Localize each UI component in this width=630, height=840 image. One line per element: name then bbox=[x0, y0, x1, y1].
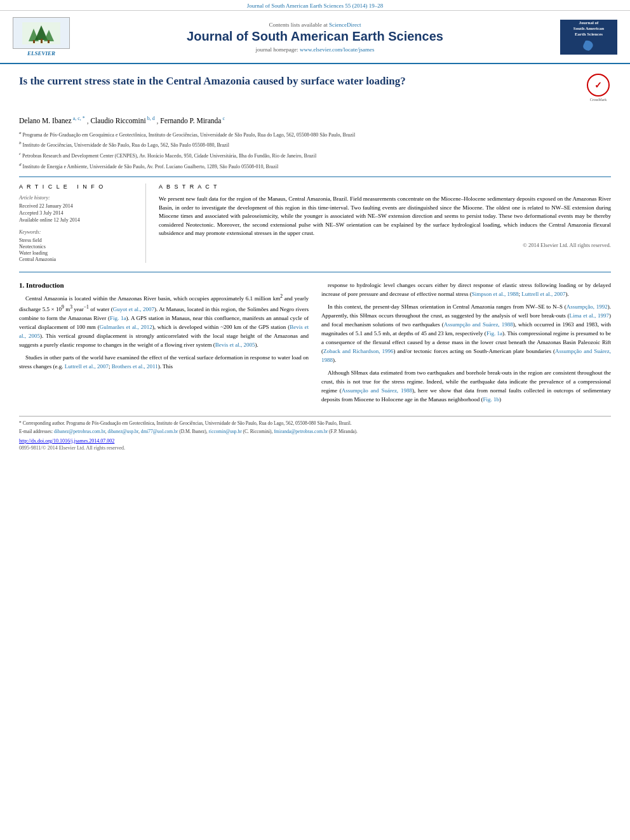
journal-title: Journal of South American Earth Sciences bbox=[70, 29, 560, 44]
author-2-name: Claudio Riccomini bbox=[90, 117, 145, 124]
ref-luttrell-2007-2[interactable]: Luttrell et al., 2007 bbox=[521, 291, 565, 297]
svg-rect-6 bbox=[48, 40, 50, 43]
keyword-3: Water loading bbox=[19, 250, 136, 256]
email-dibanez-petrobras[interactable]: dibanez@petrobras.com.br bbox=[54, 429, 105, 434]
article-info-col: A R T I C L E I N F O Article history: R… bbox=[19, 183, 146, 263]
accepted-date: Accepted 3 July 2014 bbox=[19, 210, 136, 216]
keyword-1: Stress field bbox=[19, 237, 136, 243]
ref-luttrell-2007[interactable]: Luttrell et al., 2007 bbox=[65, 363, 109, 370]
affiliation-3: c Petrobras Research and Development Cen… bbox=[19, 150, 611, 160]
crossmark-badge: ✓ CrossMark bbox=[586, 74, 611, 102]
ref-gulmaraes-2012[interactable]: Gulmarães et al., 2012 bbox=[100, 324, 152, 330]
ref-simpson-1988[interactable]: Simpson et al., 1988 bbox=[472, 291, 519, 297]
info-abstract-section: A R T I C L E I N F O Article history: R… bbox=[19, 177, 611, 263]
affiliations-section: a Programa de Pós-Graduação em Geoquímic… bbox=[19, 130, 611, 171]
email-dmi77[interactable]: dmi77@uol.com.br bbox=[141, 429, 178, 434]
abstract-col: A B S T R A C T We present new fault dat… bbox=[159, 183, 611, 263]
issn-line: 0895-9811/© 2014 Elsevier Ltd. All right… bbox=[19, 445, 611, 451]
intro-para-5: Although SHmax data estimated from two e… bbox=[321, 369, 611, 404]
email-addresses-note: E-mail addresses: dibanez@petrobras.com.… bbox=[19, 429, 611, 436]
authors-line: Delano M. Ibanez a, c, * , Claudio Ricco… bbox=[19, 116, 611, 124]
elsevier-brand-text: ELSEVIER bbox=[27, 50, 55, 57]
article-history: Article history: Received 22 January 201… bbox=[19, 195, 136, 223]
email-dibanez-usp[interactable]: dibanez@usp.br bbox=[107, 429, 138, 434]
intro-left-text: Central Amazonia is located within the A… bbox=[19, 293, 309, 371]
author-1-sup: a, c, * bbox=[72, 116, 85, 121]
ref-guyot-2007[interactable]: Guyot et al., 2007 bbox=[113, 306, 154, 312]
history-label: Article history: bbox=[19, 195, 136, 201]
author-3-sup: c bbox=[221, 116, 225, 121]
doi-line: http://dx.doi.org/10.1016/j.jsames.2014.… bbox=[19, 438, 611, 444]
received-date: Received 22 January 2014 bbox=[19, 203, 136, 209]
available-online-date: Available online 12 July 2014 bbox=[19, 217, 136, 223]
copyright-line: © 2014 Elsevier Ltd. All rights reserved… bbox=[159, 242, 611, 248]
affiliation-2: b Instituto de Geociências, Universidade… bbox=[19, 140, 611, 149]
elsevier-tree-icon bbox=[22, 22, 60, 44]
ref-bevis-2005-1[interactable]: Bevis et al., 2005 bbox=[19, 324, 309, 339]
crossmark-icon: ✓ bbox=[587, 74, 610, 97]
affiliation-1: a Programa de Pós-Graduação em Geoquímic… bbox=[19, 130, 611, 139]
doi-link[interactable]: http://dx.doi.org/10.1016/j.jsames.2014.… bbox=[19, 438, 114, 444]
svg-rect-4 bbox=[33, 40, 35, 43]
ref-lima-1997[interactable]: Lima et al., 1997 bbox=[570, 312, 609, 319]
journal-homepage-link[interactable]: www.elsevier.com/locate/jsames bbox=[300, 46, 374, 53]
email-fmiranda[interactable]: fmiranda@petrobras.com.br bbox=[274, 429, 328, 434]
journal-header: ELSEVIER Contents lists available at Sci… bbox=[0, 11, 630, 64]
crossmark-label: CrossMark bbox=[590, 98, 607, 102]
keywords-section: Keywords: Stress field Neotectonics Wate… bbox=[19, 229, 136, 262]
ref-fig1a-2[interactable]: Fig. 1a bbox=[486, 330, 502, 337]
south-america-map-icon bbox=[576, 39, 601, 52]
abstract-text: We present new fault data for the region… bbox=[159, 195, 611, 238]
author-2-sup: b, d bbox=[146, 116, 155, 121]
journal-right-logo: Journal ofSouth AmericanEarth Sciences bbox=[560, 20, 617, 55]
sciencedirect-link[interactable]: ScienceDirect bbox=[329, 22, 361, 28]
intro-para-1: Central Amazonia is located within the A… bbox=[19, 293, 309, 350]
available-at-text: Contents lists available at ScienceDirec… bbox=[70, 22, 560, 28]
intro-para-3: response to hydrologic level changes occ… bbox=[321, 281, 611, 299]
ref-bevis-2005-2[interactable]: Bevis et al., 2005 bbox=[215, 342, 255, 348]
intro-section-title: 1. Introduction bbox=[19, 281, 309, 289]
ref-zoback-1996[interactable]: Zoback and Richardson, 1996 bbox=[323, 348, 393, 354]
section-divider bbox=[19, 272, 611, 272]
keyword-2: Neotectonics bbox=[19, 244, 136, 250]
article-title: Is the current stress state in the Centr… bbox=[19, 74, 586, 89]
journal-center-info: Contents lists available at ScienceDirec… bbox=[70, 22, 560, 53]
email-riccomin[interactable]: riccomin@usp.br bbox=[209, 429, 242, 434]
ref-brothers-2011[interactable]: Brothers et al., 2011 bbox=[112, 363, 158, 370]
affiliation-4: d Instituto de Energia e Ambiente, Unive… bbox=[19, 161, 611, 171]
ref-fig1b[interactable]: Fig. 1b bbox=[483, 396, 499, 403]
article-title-section: Is the current stress state in the Centr… bbox=[19, 74, 611, 108]
introduction-section: 1. Introduction Central Amazonia is loca… bbox=[19, 281, 611, 408]
intro-para-4: In this context, the present-day SHmax o… bbox=[321, 303, 611, 365]
journal-reference: Journal of South American Earth Sciences… bbox=[247, 3, 383, 9]
elsevier-logo-box bbox=[13, 17, 70, 49]
intro-left-col: 1. Introduction Central Amazonia is loca… bbox=[19, 281, 309, 408]
journal-homepage: journal homepage: www.elsevier.com/locat… bbox=[70, 46, 560, 53]
footer-area: * Corresponding author. Programa de Pós-… bbox=[19, 416, 611, 451]
elsevier-logo: ELSEVIER bbox=[13, 17, 70, 57]
intro-para-2: Studies in other parts of the world have… bbox=[19, 354, 309, 371]
author-1-name: Delano M. Ibanez bbox=[19, 117, 72, 124]
article-info-header: A R T I C L E I N F O bbox=[19, 183, 136, 190]
corresponding-author-note: * Corresponding author. Programa de Pós-… bbox=[19, 420, 611, 427]
ref-fig1a-1[interactable]: Fig. 1a bbox=[110, 315, 126, 321]
author-3-name: Fernando P. Miranda bbox=[160, 117, 221, 124]
intro-right-text: response to hydrologic level changes occ… bbox=[321, 281, 611, 404]
abstract-header: A B S T R A C T bbox=[159, 183, 611, 190]
svg-rect-5 bbox=[41, 39, 43, 43]
keyword-4: Central Amazonia bbox=[19, 257, 136, 262]
ref-assumpcao-1992[interactable]: Assumpção, 1992 bbox=[566, 303, 608, 310]
ref-assumpcao-suarez-1988-3[interactable]: Assumpção and Suárez, 1988 bbox=[342, 387, 412, 394]
journal-ref-bar: Journal of South American Earth Sciences… bbox=[0, 0, 630, 11]
ref-assumpcao-suarez-1988[interactable]: Assumpção and Suárez, 1988 bbox=[444, 321, 513, 328]
keywords-label: Keywords: bbox=[19, 229, 136, 235]
main-content: Is the current stress state in the Centr… bbox=[0, 64, 630, 460]
intro-right-col: response to hydrologic level changes occ… bbox=[321, 281, 611, 408]
